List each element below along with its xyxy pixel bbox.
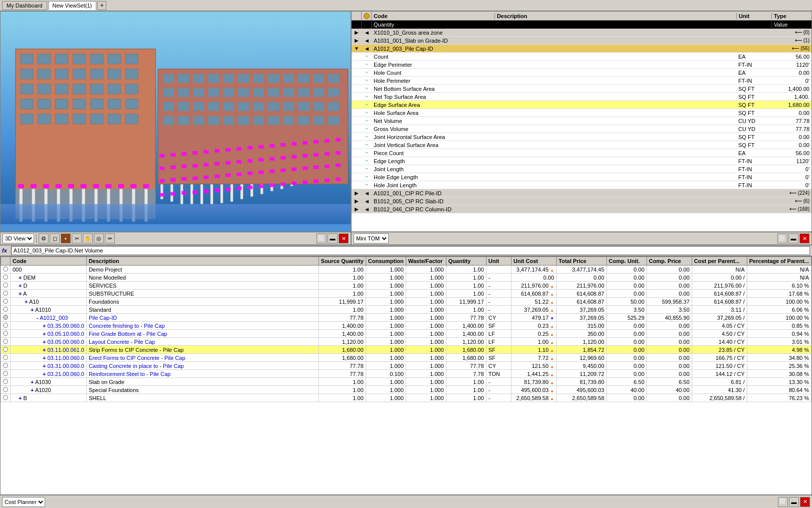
expand-icon[interactable]: ▶	[352, 190, 362, 196]
bottom-close-button[interactable]: ✕	[800, 497, 810, 507]
row-cost-per: N/A	[692, 266, 747, 274]
expand-icon[interactable]: ▶	[352, 206, 362, 212]
minimize-button[interactable]: ▬	[328, 233, 338, 243]
row-value: 0.00	[771, 134, 811, 140]
expand-icon[interactable]: ▼	[352, 46, 362, 51]
bottom-minimize-button[interactable]: ▬	[789, 497, 799, 507]
row-src-qty: 1.00	[318, 266, 366, 274]
row-consumption: 1.000	[366, 290, 406, 298]
prop-row-hole-joint-length[interactable]: ~ Hole Joint Length FT-IN 0'	[352, 181, 811, 189]
prop-row-count[interactable]: ~ Count EA 56.00	[352, 53, 811, 61]
th-waste[interactable]: Waste/Factor	[406, 257, 446, 266]
prop-row-slab-on-grade[interactable]: ▶ ◀ A1031_001_Slab on Grade-ID ⟵ (1)	[352, 37, 811, 45]
prop-close-button[interactable]: ✕	[799, 233, 809, 243]
expand-icon[interactable]: ▶	[352, 30, 362, 35]
row-unit: LF	[486, 330, 511, 338]
row-cost-per: 2,650,589.58 /	[692, 394, 747, 402]
prop-row-pile-cap[interactable]: ▼ ◀ A1012_003_Pile Cap-ID ⟵ (56)	[352, 45, 811, 53]
prop-row-column-id[interactable]: ▶ ◀ B1012_046_CIP RC Column-ID ⟵ (168)	[352, 205, 811, 213]
th-unit-cost[interactable]: Unit Cost	[511, 257, 556, 266]
svg-rect-124	[298, 116, 309, 125]
row-cost-per: 614,608.87 /	[692, 298, 747, 306]
formula-input[interactable]	[11, 246, 810, 255]
row-quantity: 1.00	[446, 274, 486, 282]
prop-row-edge-length[interactable]: ~ Edge Length FT-IN 1120'	[352, 157, 811, 165]
row-quantity: 1.00	[446, 282, 486, 290]
th-source-qty[interactable]: Source Quantity	[318, 257, 366, 266]
mini-tom-select[interactable]: Mini TOM	[354, 233, 389, 243]
svg-rect-126	[328, 116, 339, 125]
prop-row-joint-length[interactable]: ~ Joint Length FT-IN 0'	[352, 165, 811, 173]
prop-minimize-button[interactable]: ▬	[788, 233, 798, 243]
prop-row-net-top[interactable]: ~ Net Top Surface Area SQ FT 1,400.	[352, 93, 811, 101]
tab-new-viewset[interactable]: New ViewSet(1)	[48, 1, 97, 10]
prop-row-hole-surface[interactable]: ~ Hole Surface Area SQ FT 0.00	[352, 109, 811, 117]
row-comp-price: 0.00	[646, 362, 692, 370]
prop-row-slab-id[interactable]: ▶ ◀ B1012_005_CIP RC Slab-ID ⟵ (6)	[352, 197, 811, 205]
bottom-restore-button[interactable]: ⬜	[778, 497, 788, 507]
prop-row-hole-edge-length[interactable]: ~ Hole Edge Length FT-IN 0'	[352, 173, 811, 181]
row-comp-price: 40.00	[646, 386, 692, 394]
th-code[interactable]: Code	[11, 257, 87, 266]
row-unit-cost: 0.23 ▲	[511, 322, 556, 330]
target-button[interactable]: ◎	[94, 233, 104, 243]
th-description[interactable]: Description	[86, 257, 318, 266]
svg-rect-152	[248, 159, 253, 163]
row-value: 1120'	[771, 62, 811, 68]
view-mode-select[interactable]: 3D View	[3, 233, 34, 243]
row-unit-cost: 7.72 ▲	[511, 354, 556, 362]
svg-rect-106	[208, 102, 219, 111]
expand-icon[interactable]: ▶	[352, 198, 362, 204]
prop-row-edge-surface[interactable]: ~ Edge Surface Area SQ FT 1,680.00	[352, 101, 811, 109]
gear-button[interactable]: ⚙	[39, 233, 49, 243]
prop-row-pile-id[interactable]: ▶ ◀ A1021_001_CIP RC Pile-ID ⟵ (224)	[352, 189, 811, 197]
th-comp-price[interactable]: Comp. Price	[646, 257, 692, 266]
th-unit[interactable]: Unit	[486, 257, 511, 266]
hand-button[interactable]: ✋	[83, 233, 93, 243]
th-pct-parent[interactable]: Percentage of Parent...	[747, 257, 811, 266]
th-comp-unit[interactable]: Comp. Unit.	[606, 257, 646, 266]
paint-button[interactable]: ▪	[61, 233, 71, 243]
cost-planner-select[interactable]: Cost Planner	[2, 497, 45, 507]
close-3d-button[interactable]: ✕	[339, 233, 349, 243]
row-code: + 03.21.00.060.0	[11, 370, 87, 378]
prop-row-gross-volume[interactable]: ~ Gross Volume CU YD 77.78	[352, 125, 811, 133]
svg-rect-7	[108, 54, 120, 64]
prop-restore-button[interactable]: ⬜	[777, 233, 787, 243]
prop-row-net-volume[interactable]: ~ Net Volume CU YD 77.78	[352, 117, 811, 125]
row-icon: ~	[362, 174, 372, 180]
prop-row-joint-vert[interactable]: ~ Joint Vertical Surface Area SQ FT 0.00	[352, 141, 811, 149]
tab-my-dashboard[interactable]: My Dashboard	[2, 1, 47, 10]
prop-row-gross-area[interactable]: ▶ ◀ X1010_10_Gross area zone ⟵ (0)	[352, 29, 811, 37]
row-value: ⟵ (56)	[771, 46, 811, 51]
row-waste: 1.000	[406, 362, 446, 370]
row-desc: Hole Edge Length	[372, 174, 736, 180]
restore-button[interactable]: ⬜	[316, 233, 327, 243]
scissors-button[interactable]: ✂	[72, 233, 82, 243]
row-unit: SF	[486, 322, 511, 330]
prop-row-edge-perimeter[interactable]: ~ Edge Perimeter FT-IN 1120'	[352, 61, 811, 69]
prop-row-piece-count[interactable]: ~ Piece Count EA 56.00	[352, 149, 811, 157]
row-waste: 1.000	[406, 298, 446, 306]
prop-row-hole-perimeter[interactable]: ~ Hole Perimeter FT-IN 0'	[352, 77, 811, 85]
cube-button[interactable]: ◻	[50, 233, 60, 243]
row-quantity: 1,120.00	[446, 338, 486, 346]
pencil-button[interactable]: ✏	[105, 233, 115, 243]
row-comp-unit: 525.29	[606, 314, 646, 322]
prop-row-net-bottom[interactable]: ~ Net Bottom Surface Area SQ FT 1,400.00	[352, 85, 811, 93]
prop-row-joint-horiz[interactable]: ~ Joint Horizontal Surface Area SQ FT 0.…	[352, 133, 811, 141]
add-tab-button[interactable]: +	[97, 1, 106, 10]
row-src-qty: 1,400.00	[318, 322, 366, 330]
th-consumption[interactable]: Consumption	[366, 257, 406, 266]
svg-rect-157	[302, 154, 307, 158]
svg-rect-165	[204, 176, 209, 179]
expand-icon[interactable]: ▶	[352, 38, 362, 43]
cost-scroll[interactable]: Code Description Source Quantity Consump…	[1, 257, 811, 494]
row-quantity: 1.00	[446, 290, 486, 298]
th-total-price[interactable]: Total Price	[556, 257, 606, 266]
th-cost-per-parent[interactable]: Cost per Parent...	[692, 257, 747, 266]
th-quantity[interactable]: Quantity	[446, 257, 486, 266]
row-unit: SQ FT	[736, 142, 771, 148]
row-comp-unit: 0.00	[606, 394, 646, 402]
prop-row-hole-count[interactable]: ~ Hole Count EA 0.00	[352, 69, 811, 77]
